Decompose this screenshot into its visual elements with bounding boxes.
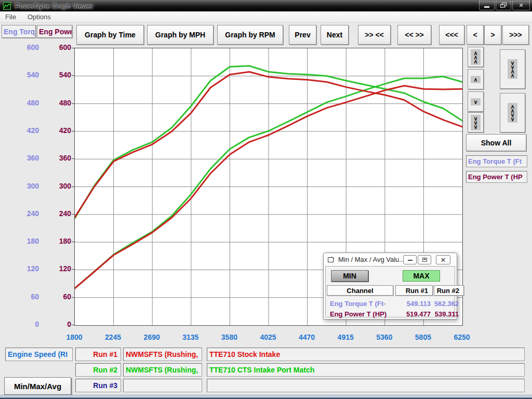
prev-button[interactable]: Prev: [289, 25, 316, 45]
y-tick-mark: [72, 297, 74, 298]
torque-y-tick-label: 480: [10, 99, 39, 107]
torque-y-tick-label: 420: [10, 126, 39, 135]
next-button[interactable]: Next: [321, 25, 349, 45]
column-header-run2[interactable]: Run #2: [434, 285, 464, 296]
restore-button[interactable]: [496, 1, 511, 10]
y-tick-mark: [72, 75, 74, 76]
min-mode-button[interactable]: MIN: [331, 270, 368, 282]
tab-eng-torque[interactable]: Eng Torq: [2, 25, 36, 38]
y-tick-mark: [72, 187, 74, 187]
x-tick-label: 5805: [415, 333, 431, 341]
power-y-tick-label: 240: [43, 209, 71, 218]
y-zoom-out-button[interactable]: ∧ ∧ ∨ ∨: [500, 93, 525, 132]
dialog-page-icon: [328, 257, 335, 263]
restore-icon: [500, 3, 507, 8]
chevrons-outward-icon: ∧ ∧ ∨ ∨: [508, 103, 517, 123]
chevron-down-icon: ∨: [471, 98, 480, 105]
power-y-tick-label: 480: [43, 99, 71, 107]
run3-description-box: [207, 379, 525, 392]
tab-eng-power[interactable]: Eng Powe: [37, 25, 72, 38]
power-channel-box[interactable]: Eng Power T (HP: [466, 171, 527, 183]
dialog-minimize-button[interactable]: [403, 255, 417, 264]
y-tick-mark: [72, 214, 74, 215]
torque-y-tick-label: 60: [10, 292, 39, 301]
power-y-tick-label: 0: [43, 320, 71, 328]
run2-label-box: Run #2: [75, 363, 121, 377]
power-y-tick-label: 60: [43, 292, 71, 301]
torque-y-tick-label: 0: [10, 320, 39, 328]
y-tick-mark: [72, 103, 74, 104]
x-tick-label: 4025: [260, 333, 276, 341]
window-title: PowerDyne Graph Viewer: [15, 2, 93, 10]
torque-run2-value: 562.362: [432, 300, 459, 308]
title-bar: PowerDyne Graph Viewer ✕: [0, 0, 532, 11]
zoom-in-x-button[interactable]: >> <<: [358, 25, 391, 45]
x-tick-label: 4915: [338, 333, 354, 341]
close-icon: ✕: [441, 256, 446, 264]
run3-source-box: [123, 379, 202, 392]
x-tick-label: 2690: [144, 333, 160, 341]
x-axis-name-box: Engine Speed (RI: [5, 348, 73, 361]
y-tick-mark: [72, 242, 74, 242]
minimize-button[interactable]: [479, 1, 495, 10]
power-y-tick-label: 600: [43, 43, 71, 51]
menu-options[interactable]: Options: [28, 13, 51, 21]
x-tick-label: 3580: [221, 333, 237, 341]
menu-bar: File Options: [0, 11, 532, 23]
minmax-dialog-titlebar[interactable]: Min / Max / Avg Valu... ✕: [324, 253, 457, 266]
x-tick-label: 1800: [66, 333, 82, 341]
power-y-tick-label: 420: [43, 126, 71, 135]
power-y-tick-label: 180: [43, 237, 71, 245]
run1-description-box: TTE710 Stock Intake: [207, 348, 525, 361]
scroll-up-button[interactable]: ∧: [468, 69, 484, 89]
torque-y-tick-label: 240: [10, 209, 39, 218]
max-mode-button[interactable]: MAX: [403, 270, 440, 282]
minmax-dialog: Min / Max / Avg Valu... ✕ MIN MAX Channe…: [323, 252, 457, 320]
scroll-down-button[interactable]: ∨: [468, 91, 484, 112]
power-y-tick-label: 540: [43, 71, 71, 79]
show-all-button[interactable]: Show All: [466, 134, 526, 151]
power-y-tick-label: 300: [43, 182, 71, 190]
scroll-bottom-button[interactable]: ∨ ∨ ∨: [468, 112, 484, 132]
pan-right-button[interactable]: >: [484, 25, 501, 45]
y-tick-mark: [72, 48, 74, 48]
y-zoom-in-button[interactable]: ∨ ∨ ∧ ∧: [500, 49, 525, 89]
min-max-avg-button[interactable]: Min/Max/Avg: [4, 377, 71, 395]
chevron-up-icon: ∧: [471, 76, 480, 83]
power-run1-value: 519.477: [395, 310, 431, 318]
window-bottom-frame: [0, 395, 532, 399]
torque-y-tick-label: 540: [10, 71, 39, 79]
menu-file[interactable]: File: [5, 13, 16, 21]
zoom-out-x-button[interactable]: << >>: [397, 25, 431, 45]
minimize-icon: [408, 260, 413, 261]
pan-far-left-button[interactable]: <<<: [439, 25, 464, 45]
graph-by-mph-button[interactable]: Graph by MPH: [147, 25, 214, 45]
graph-by-time-button[interactable]: Graph by Time: [76, 25, 144, 45]
graph-by-rpm-button[interactable]: Graph by RPM: [217, 25, 283, 45]
y-tick-mark: [72, 158, 74, 159]
chevron-triple-up-icon: ∧ ∧ ∧: [471, 49, 480, 65]
power-row-label: Eng Power T (HP): [330, 310, 387, 318]
close-button[interactable]: ✕: [512, 1, 530, 10]
column-header-run1[interactable]: Run #1: [395, 285, 433, 296]
torque-y-tick-label: 120: [10, 264, 39, 273]
dialog-restore-button[interactable]: [418, 255, 431, 264]
column-header-channel[interactable]: Channel: [327, 285, 393, 296]
x-tick-label: 6250: [454, 333, 470, 341]
torque-y-tick-label: 360: [10, 154, 39, 162]
x-tick-label: 2245: [105, 333, 121, 341]
y-tick-mark: [72, 269, 74, 270]
scroll-top-button[interactable]: ∧ ∧ ∧: [468, 47, 484, 67]
torque-y-tick-label: 600: [10, 43, 39, 51]
x-tick-label: 3135: [182, 333, 198, 341]
torque-row-label: Eng Torque T (Ft-: [330, 300, 385, 308]
chevron-triple-down-icon: ∨ ∨ ∨: [471, 115, 480, 130]
run3-label-box: Run #3: [75, 379, 121, 392]
torque-y-tick-label: 300: [10, 182, 39, 190]
torque-channel-box[interactable]: Eng Torque T (Ft: [466, 155, 527, 167]
pan-left-button[interactable]: <: [467, 25, 484, 45]
minmax-dialog-title: Min / Max / Avg Valu...: [338, 256, 405, 263]
pan-far-right-button[interactable]: >>>: [502, 25, 529, 45]
power-run2-value: 539.311: [432, 310, 459, 318]
dialog-close-button[interactable]: ✕: [436, 255, 450, 264]
